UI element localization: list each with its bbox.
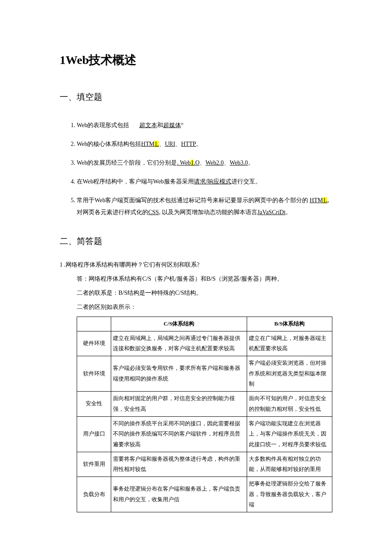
table-cell-cs: 事务处理逻辑分布在客户端和服务器上，客户端负责和用户的交互，收集用户信 [111,477,247,512]
table-cell-cs: 客户端必须安装专用软件，要求所有客户端和服务器端使用相同的操作系统 [111,356,247,392]
fill-item-1: Web的表现形式包括 超文本和超媒体° [77,116,332,135]
table-cell-bs: 建立在广域网上，对服务器端主机配置要求较高 [247,331,332,356]
q3-answer-1b-highlight: 1 [191,160,194,166]
table-cell-cs: 需要将客户端和服务器视为整体进行考虑，构件的重用性相对较低 [111,452,247,477]
q5-end: 。 [285,209,291,215]
q2-answer-3: HTTP [181,141,196,147]
table-header-cs: C/S体系结构 [111,317,247,331]
table-cell-cs: 不同的操作系统平台采用不同的接口，因此需要根据不同的操作系统编写不同的客户端软件… [111,416,247,452]
qa1-answer-line-3: 二者的区别如表所示： [60,302,332,311]
q2-end: 。 [196,141,202,147]
q3-answer-3: Web3.0 [230,160,248,166]
short-answer-block: 1 .网络程序体系结构有哪两种？它们有何区别和联系? 答：网络程序体系结构有C/… [60,260,332,311]
table-row: 用户接口不同的操作系统平台采用不同的接口，因此需要根据不同的操作系统编写不同的客… [77,416,332,452]
fill-item-5: 常用于Web客户端页面编写的技术包括通过标记符号来标记要显示的网页中的各个部分的… [77,191,332,222]
q3-answer-1a: . Web [177,160,190,166]
fill-item-2: Web的核心体系结构包括HTM1.、URI、HTTP。 [77,135,332,154]
q3-end: 。 [248,160,254,166]
table-row-header: 软件重用 [77,452,111,477]
table-cell-cs: 建立在局域网上，局域网之间再通过专门服务器提供连接和数据交换服务，对客户端主机配… [111,331,247,356]
q4-text-pre: 在Web程序结构中，客户端与Web服务器采用 [77,178,194,185]
table-row: 硬件环境建立在局域网上，局域网之间再通过专门服务器提供连接和数据交换服务，对客户… [77,331,332,356]
q3-answer-1c: .O [194,160,200,166]
table-row-header: 硬件环境 [77,331,111,356]
q2-sep-1: 、 [159,141,165,147]
q2-answer-2: URI [165,141,175,147]
table-header-empty [77,317,111,331]
q2-sep-2: 、 [175,141,181,147]
q2-text-pre: Web的核心体系结构包括 [77,141,141,147]
table-row: 安全性面向相对固定的用户群，对信息安全的控制能力很强，安全性高面向不可知的用户，… [77,392,332,416]
table-row-header: 软件环境 [77,356,111,392]
q1-text-pre: Web的表现形式包括 [77,122,129,128]
q1-end: ° [181,122,184,128]
q5-answer-1b-highlight: 1. [323,197,328,203]
q4-end: 进行交互。 [231,178,261,185]
table-body: 硬件环境建立在局域网上，局域网之间再通过专门服务器提供连接和数据交换服务，对客户… [77,331,332,512]
q3-sep-2: 、 [224,160,230,166]
table-row: 负载分布事务处理逻辑分布在客户端和服务器上，客户端负责和用户的交互，收集用户信把… [77,477,332,512]
table-cell-bs: 大多数构件具有相对独立的功能，从而能够相对较好的重用 [247,452,332,477]
q4-answer-1: 请求/响应模式 [194,178,231,185]
fill-item-3: Web的发展历经三个阶段，它们分别是. Web1.O、Web2.0、Web3.0… [77,154,332,172]
qa1-answer-line-1: 答：网络程序体系结构有C/S（客户机/服务器）和B/S（浏览器/服务器）两种。 [60,274,332,283]
qa1-question: 1 .网络程序体系结构有哪两种？它们有何区别和联系? [60,260,332,269]
table-cell-bs: 客户端功能实现建立在浏览器上，与客户端操作系统无关，因此接口统一，对程序员要求较… [247,416,332,452]
table-row: 软件环境客户端必须安装专用软件，要求所有客户端和服务器端使用相同的操作系统客户端… [77,356,332,392]
q1-mid: 和 [157,122,163,128]
q3-text-pre: Web的发展历经三个阶段，它们分别是 [77,160,177,166]
table-cell-bs: 面向不可知的用户，对信息安全的控制能力相对弱，安全性低 [247,392,332,416]
q2-answer-1a: HTM [141,141,154,147]
fill-item-4: 在Web程序结构中，客户端与Web服务器采用请求/响应模式进行交互。 [77,172,332,191]
table-cell-cs: 面向相对固定的用户群，对信息安全的控制能力很强，安全性高 [111,392,247,416]
table-cell-bs: 把事务处理逻辑部分交给了服务器，导致服务器负载较大，客户端 [247,477,332,512]
table-row-header: 安全性 [77,392,111,416]
q1-answer-1: 超文本 [139,122,157,128]
qa1-answer-line-2: 二者的联系是：B/S结构是一种特殊的C/S结构。 [60,288,332,297]
q3-sep-1: 、 [199,160,205,166]
table-row-header: 用户接口 [77,416,111,452]
q5-answer-2: CSS [148,209,159,215]
q5-text-pre: 常用于Web客户端页面编写的技术包括通过标记符号来标记要显示的网页中的各个部分的 [77,197,308,203]
q5-answer-1a: HTM [310,197,323,203]
table-header-bs: B/S体系结构 [247,317,332,331]
table-header-row: C/S体系结构 B/S体系结构 [77,317,332,331]
table-cell-bs: 客户端必须安装浏览器，但对操作系统和浏览器无类型和版本限制 [247,356,332,392]
fill-in-blank-list: Web的表现形式包括 超文本和超媒体° Web的核心体系结构包括HTM1.、UR… [60,116,332,222]
q1-answer-2: 超媒体 [163,122,181,128]
q3-answer-2: Web2.0 [205,160,224,166]
section-2-heading: 二、简答题 [60,235,332,247]
document-title: 1Web技术概述 [60,51,332,69]
table-row-header: 负载分布 [77,477,111,512]
q5-answer-3: JaVaSCriDt [257,209,285,215]
table-row: 软件重用需要将客户端和服务器视为整体进行考虑，构件的重用性相对较低大多数构件具有… [77,452,332,477]
q2-answer-1b-highlight: 1. [154,141,159,147]
section-1-heading: 一、填空题 [60,90,332,103]
comparison-table: C/S体系结构 B/S体系结构 硬件环境建立在局域网上，局域网之间再通过专门服务… [77,317,332,512]
q5-mid2: , 以及为网页增加动态功能的脚本语言 [159,209,257,215]
